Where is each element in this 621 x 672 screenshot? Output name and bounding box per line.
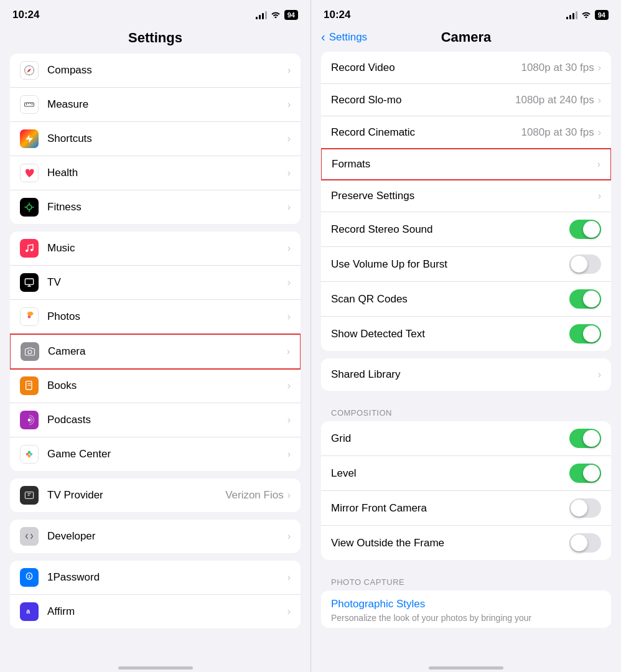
row-photos[interactable]: Photos ›: [10, 300, 301, 334]
row-health[interactable]: Health ›: [10, 156, 301, 190]
camera-app-icon: [21, 342, 39, 361]
row-camera[interactable]: Camera ›: [10, 334, 301, 370]
row-music[interactable]: Music ›: [10, 231, 301, 266]
scan-qr-label: Scan QR Codes: [331, 293, 569, 306]
level-label: Level: [331, 467, 569, 480]
row-grid[interactable]: Grid: [321, 421, 611, 456]
tv-icon: [20, 273, 39, 292]
row-scan-qr[interactable]: Scan QR Codes: [321, 282, 611, 317]
row-photographic-styles[interactable]: Photographic Styles Personalize the look…: [321, 590, 611, 628]
camera-label: Camera: [48, 345, 287, 358]
shortcuts-chevron: ›: [287, 133, 291, 144]
row-fitness[interactable]: Fitness ›: [10, 190, 301, 224]
volume-burst-label: Use Volume Up for Burst: [331, 258, 569, 271]
row-shortcuts[interactable]: Shortcuts ›: [10, 122, 301, 156]
level-toggle[interactable]: [569, 464, 601, 483]
developer-label: Developer: [47, 530, 287, 543]
row-tv[interactable]: TV ›: [10, 266, 301, 300]
right-wifi-icon: [581, 10, 591, 20]
camera-section-1: Record Video 1080p at 30 fps › Record Sl…: [321, 52, 611, 351]
gamecenter-icon: [20, 445, 39, 464]
compass-icon: [20, 61, 39, 80]
compass-chevron: ›: [287, 65, 291, 76]
developer-chevron: ›: [287, 531, 291, 542]
developer-icon: [20, 527, 39, 546]
right-battery: 94: [595, 10, 609, 20]
home-indicator-left: [0, 661, 310, 672]
books-label: Books: [47, 380, 287, 392]
camera-section-3: Grid Level Mirror Front Camera View Outs…: [321, 421, 611, 560]
right-header: ‹ Settings Camera: [311, 25, 621, 52]
svg-point-11: [28, 350, 32, 354]
photos-chevron: ›: [287, 311, 291, 322]
row-volume-burst[interactable]: Use Volume Up for Burst: [321, 247, 611, 282]
row-level[interactable]: Level: [321, 456, 611, 491]
camera-section-4: Photographic Styles Personalize the look…: [321, 590, 611, 628]
shortcuts-label: Shortcuts: [47, 133, 287, 145]
row-compass[interactable]: Compass ›: [10, 54, 301, 88]
row-formats[interactable]: Formats ›: [321, 148, 611, 180]
svg-text:1: 1: [28, 574, 30, 579]
tv-chevron: ›: [287, 277, 291, 288]
row-1password[interactable]: 1 1Password ›: [10, 561, 301, 595]
1password-icon: 1: [20, 568, 39, 587]
row-books[interactable]: Books ›: [10, 369, 301, 403]
signal-icon: [256, 11, 267, 19]
health-icon: [20, 164, 39, 182]
record-stereo-toggle[interactable]: [569, 220, 601, 239]
scan-qr-toggle[interactable]: [569, 289, 601, 309]
health-chevron: ›: [287, 167, 291, 179]
left-scroll: Compass › Measure › Shortcuts ›: [0, 54, 310, 661]
back-button[interactable]: ‹ Settings: [321, 30, 367, 44]
row-record-video[interactable]: Record Video 1080p at 30 fps ›: [321, 52, 611, 84]
row-mirror-front[interactable]: Mirror Front Camera: [321, 491, 611, 526]
right-status-bar: 10:24 94: [311, 0, 621, 25]
left-battery: 94: [284, 10, 298, 20]
row-measure[interactable]: Measure ›: [10, 88, 301, 122]
camera-page-title: Camera: [441, 29, 492, 45]
row-show-detected[interactable]: Show Detected Text: [321, 317, 611, 351]
row-record-slomo[interactable]: Record Slo-mo 1080p at 240 fps ›: [321, 84, 611, 116]
show-detected-toggle[interactable]: [569, 324, 601, 343]
row-developer[interactable]: Developer ›: [10, 520, 301, 553]
row-preserve-settings[interactable]: Preserve Settings ›: [321, 180, 611, 212]
photographic-styles-description: Personalize the look of your photos by b…: [331, 613, 531, 623]
row-record-cinematic[interactable]: Record Cinematic 1080p at 30 fps ›: [321, 116, 611, 149]
view-outside-label: View Outside the Frame: [331, 537, 569, 549]
row-record-stereo[interactable]: Record Stereo Sound: [321, 212, 611, 247]
view-outside-toggle[interactable]: [569, 533, 601, 553]
row-tvprovider[interactable]: TV Provider Verizon Fios ›: [10, 478, 301, 512]
tvprovider-icon: [20, 486, 39, 505]
preserve-settings-chevron: ›: [598, 190, 601, 202]
podcasts-icon: [20, 411, 39, 429]
row-view-outside[interactable]: View Outside the Frame: [321, 526, 611, 560]
tvprovider-label: TV Provider: [47, 489, 225, 502]
row-shared-library[interactable]: Shared Library ›: [321, 358, 611, 391]
record-slomo-chevron: ›: [598, 95, 601, 106]
right-status-icons: 94: [566, 10, 609, 20]
mirror-front-toggle[interactable]: [569, 498, 601, 518]
measure-chevron: ›: [287, 99, 291, 110]
music-label: Music: [47, 242, 287, 254]
record-slomo-label: Record Slo-mo: [331, 94, 515, 106]
camera-section-2: Shared Library ›: [321, 358, 611, 391]
right-panel: 10:24 94 ‹ Settings Camera: [310, 0, 621, 672]
row-gamecenter[interactable]: Game Center ›: [10, 437, 301, 471]
back-chevron-icon: ‹: [321, 30, 325, 44]
settings-group-2: Music › TV › Photos ›: [10, 231, 301, 471]
photographic-styles-label: Photographic Styles: [331, 598, 425, 610]
row-affirm[interactable]: a Affirm ›: [10, 595, 301, 628]
grid-toggle[interactable]: [569, 429, 601, 448]
svg-point-7: [26, 250, 28, 252]
1password-chevron: ›: [287, 572, 291, 583]
settings-group-5: 1 1Password › a Affirm ›: [10, 561, 301, 628]
right-time: 10:24: [324, 9, 350, 21]
row-podcasts[interactable]: Podcasts ›: [10, 403, 301, 437]
settings-group-4: Developer ›: [10, 520, 301, 553]
volume-burst-toggle[interactable]: [569, 254, 601, 274]
settings-group-1: Compass › Measure › Shortcuts ›: [10, 54, 301, 224]
svg-point-6: [27, 205, 32, 210]
shortcuts-icon: [20, 129, 39, 148]
right-signal-icon: [566, 11, 577, 19]
tvprovider-value: Verizon Fios: [225, 489, 284, 502]
